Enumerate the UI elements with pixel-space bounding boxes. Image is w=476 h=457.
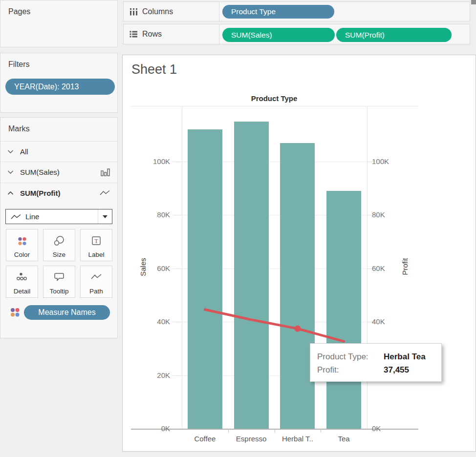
rows-icon <box>129 30 138 39</box>
bar-chart-icon <box>101 168 110 176</box>
detail-dots-icon <box>16 272 28 282</box>
left-tick-mark <box>173 269 182 269</box>
divider <box>219 2 219 21</box>
column-field-header[interactable]: Product Type <box>225 94 323 103</box>
left-axis-tick-label: 60K <box>141 264 170 273</box>
columns-shelf[interactable]: Columns Product Type <box>123 1 470 21</box>
button-label: Label <box>88 251 104 258</box>
left-axis-tick-label: 0K <box>141 424 170 434</box>
columns-icon <box>129 7 138 16</box>
button-label: Tooltip <box>49 288 68 295</box>
marks-row-label: All <box>20 147 117 156</box>
path-button[interactable]: Path <box>80 266 112 298</box>
dropdown-arrow-icon[interactable] <box>98 215 112 218</box>
detail-button[interactable]: Detail <box>6 266 38 298</box>
window-corner <box>471 0 476 4</box>
left-axis-tick-label: 100K <box>141 157 170 166</box>
pill-sum-profit[interactable]: SUM(Profit) <box>336 28 452 42</box>
chart-area: Sheet 1 Product Type Sales Profit Produc… <box>122 55 476 452</box>
color-dots-icon <box>8 306 21 319</box>
size-button[interactable]: Size <box>43 229 75 261</box>
color-button[interactable]: Color <box>6 229 38 261</box>
color-dots-icon <box>16 235 28 247</box>
tooltip-label: Product Type: <box>317 350 384 363</box>
marks-row-label: SUM(Sales) <box>20 168 101 176</box>
chart-tooltip: Product Type: Herbal Tea Profit: 37,455 <box>310 343 442 382</box>
right-axis-tick-label: 80K <box>372 210 401 220</box>
chevron-up-icon[interactable] <box>7 191 14 195</box>
pages-title: Pages <box>8 7 30 16</box>
marks-row-sum-sales[interactable]: SUM(Sales) <box>0 162 117 183</box>
pages-shelf[interactable]: Pages <box>0 0 118 47</box>
filters-title: Filters <box>8 60 30 69</box>
tooltip-value: Herbal Tea <box>384 350 426 363</box>
svg-text:T: T <box>94 238 98 244</box>
line-chart-icon <box>100 190 110 196</box>
left-axis-tick-label: 80K <box>141 210 170 220</box>
path-line-icon <box>91 272 102 280</box>
tooltip-bubble-icon <box>53 272 65 282</box>
profit-line-mark[interactable] <box>205 310 344 341</box>
filters-shelf[interactable]: Filters YEAR(Date): 2013 <box>0 53 118 113</box>
tooltip-row: Product Type: Herbal Tea <box>317 350 441 363</box>
encoding-pill-measure-names[interactable]: Measure Names <box>24 305 110 320</box>
right-axis-tick-label: 0K <box>372 424 401 434</box>
left-axis-tick-label: 20K <box>141 371 170 380</box>
divider <box>219 24 219 44</box>
marks-row-sum-profit[interactable]: SUM(Profit) <box>0 183 117 203</box>
line-mark-icon <box>11 214 21 220</box>
sheet-title: Sheet 1 <box>131 62 177 77</box>
x-axis-tick-label[interactable]: Tea <box>315 435 373 443</box>
right-axis-tick-label: 40K <box>372 317 401 327</box>
marks-row-label: SUM(Profit) <box>20 189 100 197</box>
rows-shelf-label: Rows <box>142 30 162 39</box>
right-axis-title[interactable]: Profit <box>401 258 409 275</box>
highlighted-point[interactable] <box>294 326 301 332</box>
button-label: Color <box>14 251 30 258</box>
left-tick-mark <box>173 322 182 322</box>
mark-type-value: Line <box>25 212 98 221</box>
left-tick-mark <box>173 162 182 162</box>
right-axis-tick-label: 60K <box>372 264 401 273</box>
label-text-icon: T <box>91 235 102 246</box>
marks-card: Marks All SUM(Sales) SUM(Profit) Line <box>0 117 118 338</box>
right-axis-tick-label: 100K <box>372 157 401 166</box>
tooltip-label: Profit: <box>317 363 384 376</box>
button-label: Path <box>89 288 103 295</box>
tooltip-button[interactable]: Tooltip <box>43 266 75 298</box>
label-button[interactable]: T Label <box>80 229 112 261</box>
tooltip-row: Profit: 37,455 <box>317 363 441 376</box>
size-circles-icon <box>53 235 65 246</box>
button-label: Size <box>53 251 65 258</box>
left-tick-mark <box>173 215 182 215</box>
tooltip-value: 37,455 <box>384 363 409 376</box>
pill-sum-sales[interactable]: SUM(Sales) <box>222 28 335 42</box>
mark-type-dropdown[interactable]: Line <box>5 209 112 224</box>
filter-pill-year-date[interactable]: YEAR(Date): 2013 <box>5 79 115 95</box>
chevron-down-icon[interactable] <box>7 170 14 174</box>
category-tick-mark <box>228 429 229 433</box>
button-label: Detail <box>14 288 31 295</box>
rows-shelf[interactable]: Rows SUM(Sales) SUM(Profit) <box>123 24 470 44</box>
pill-product-type[interactable]: Product Type <box>222 5 334 19</box>
category-tick-mark <box>321 429 321 433</box>
chevron-down-icon[interactable] <box>7 149 14 154</box>
left-tick-mark <box>173 375 182 376</box>
category-tick-mark <box>275 429 275 433</box>
columns-shelf-label: Columns <box>142 7 173 16</box>
marks-title: Marks <box>8 125 30 133</box>
marks-row-all[interactable]: All <box>0 141 117 162</box>
left-axis-tick-label: 40K <box>141 317 170 327</box>
